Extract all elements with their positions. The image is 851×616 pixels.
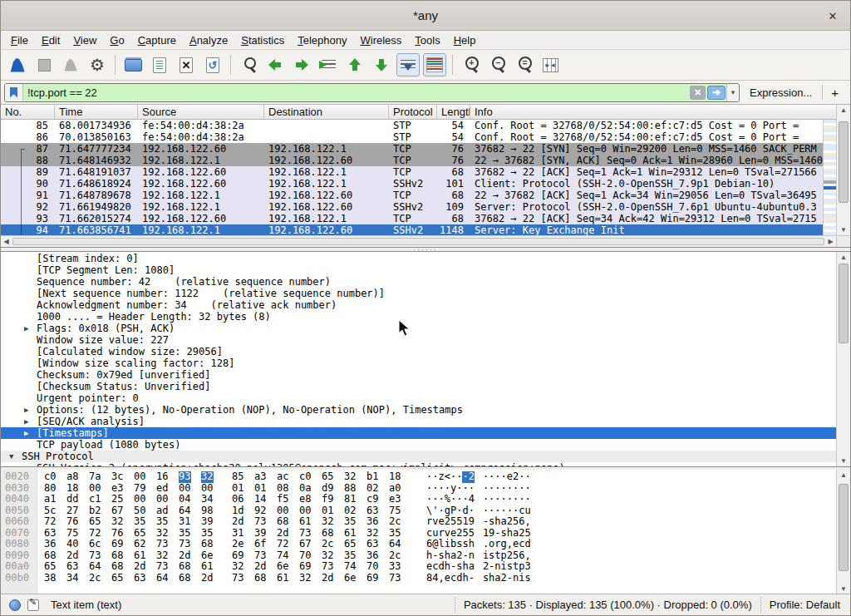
detail-line-17[interactable]: ▼SSH Protocol	[1, 451, 836, 462]
status-profile[interactable]: Profile: Default	[760, 597, 850, 613]
expand-arrow-icon[interactable]: ▶	[24, 404, 28, 416]
packet-row-93[interactable]: 9371.662015274192.168.122.60192.168.122.…	[1, 213, 823, 224]
scroll-down-icon[interactable]: ▼	[837, 224, 850, 235]
detail-line-12[interactable]: Urgent pointer: 0	[1, 392, 836, 404]
hex-row-0040[interactable]: 0040a1ddc125000004340614f5e8f981c9e3···%…	[1, 494, 836, 505]
packet-row-94[interactable]: 9471.663856741192.168.122.1192.168.122.6…	[1, 224, 823, 235]
hex-row-0060[interactable]: 006072766532353531392d7368613235362crve2…	[1, 516, 836, 528]
scroll-up-icon[interactable]: ▲	[837, 252, 850, 263]
detail-line-16[interactable]: TCP payload (1080 bytes)	[1, 439, 836, 451]
capture-options-icon[interactable]	[86, 53, 109, 76]
hex-row-0020[interactable]: 0020c0a87a3c0016933285a3acc06532b118··z<…	[1, 471, 836, 483]
column-header-length[interactable]: Length	[437, 105, 470, 119]
expand-arrow-icon[interactable]: ▶	[24, 416, 28, 427]
packet-list-vscrollbar[interactable]: ▲ ▼	[836, 105, 850, 235]
detail-line-15[interactable]: ▶[Timestamps]	[1, 427, 836, 439]
detail-line-5[interactable]: 1000 .... = Header Length: 32 bytes (8)	[1, 311, 836, 323]
hex-row-0080[interactable]: 008036406c69627373682e6f72672c6563646@li…	[1, 539, 836, 550]
auto-scroll-icon[interactable]	[396, 53, 420, 76]
zoom-reset-icon[interactable]	[512, 53, 535, 76]
collapse-arrow-icon[interactable]: ▼	[9, 451, 13, 462]
scroll-up-icon[interactable]: ▲	[837, 105, 850, 116]
column-header-protocol[interactable]: Protocol	[389, 105, 437, 119]
save-file-icon[interactable]	[148, 53, 171, 76]
menu-file[interactable]: File	[4, 32, 35, 48]
expand-arrow-icon[interactable]: ▶	[24, 462, 28, 467]
capture-comment-icon[interactable]	[27, 599, 39, 611]
packet-row-85[interactable]: 8568.001734936fe:54:00:d4:38:2aSTP54Conf…	[1, 120, 823, 131]
hex-row-0030[interactable]: 0030801800e379ed00000101080ad98802a0····…	[1, 483, 836, 495]
detail-line-8[interactable]: [Calculated window size: 29056]	[1, 346, 836, 357]
expand-arrow-icon[interactable]: ▶	[24, 427, 28, 439]
menu-statistics[interactable]: Statistics	[234, 32, 291, 48]
hex-row-0070[interactable]: 0070637572766532353531392d7368613235curv…	[1, 528, 836, 540]
go-top-icon[interactable]	[343, 53, 366, 76]
scroll-down-icon[interactable]: ▼	[837, 456, 850, 466]
display-filter-input[interactable]	[23, 86, 689, 99]
detail-line-3[interactable]: [Next sequence number: 1122 (relative se…	[1, 288, 836, 299]
filter-bookmark-icon[interactable]	[5, 84, 23, 101]
menu-analyze[interactable]: Analyze	[183, 32, 234, 48]
find-packet-icon[interactable]	[237, 53, 260, 76]
menu-help[interactable]: Help	[447, 32, 483, 48]
detail-line-6[interactable]: ▶Flags: 0x018 (PSH, ACK)	[1, 323, 836, 334]
packet-row-87[interactable]: 8771.647777234192.168.122.60192.168.122.…	[1, 143, 823, 155]
hex-row-00b0[interactable]: 00b038342c656364682d736861322d6e697384,e…	[1, 573, 836, 584]
menu-telephony[interactable]: Telephony	[291, 32, 353, 48]
go-forward-icon[interactable]	[290, 53, 313, 76]
scroll-thumb[interactable]	[839, 264, 849, 343]
detail-line-2[interactable]: Sequence number: 42 (relative sequence n…	[1, 276, 836, 288]
detail-line-10[interactable]: Checksum: 0x79ed [unverified]	[1, 369, 836, 381]
expand-arrow-icon[interactable]: ▶	[24, 323, 28, 334]
filter-history-dropdown-icon[interactable]: ▾	[726, 84, 739, 101]
menu-view[interactable]: View	[66, 32, 103, 48]
column-header-time[interactable]: Time	[55, 105, 138, 119]
column-header-no[interactable]: No.	[1, 105, 55, 119]
packet-list-hscrollbar[interactable]: ◀ ▶	[1, 235, 836, 247]
start-capture-icon[interactable]	[6, 53, 29, 76]
reload-file-icon[interactable]	[201, 53, 224, 76]
packet-row-91[interactable]: 9171.648789678192.168.122.1192.168.122.6…	[1, 190, 823, 201]
open-file-icon[interactable]	[121, 53, 145, 76]
restart-capture-icon[interactable]	[59, 53, 82, 76]
close-file-icon[interactable]	[175, 53, 198, 76]
detail-line-14[interactable]: ▶[SEQ/ACK analysis]	[1, 416, 836, 427]
detail-line-0[interactable]: [Stream index: 0]	[1, 253, 836, 264]
filter-apply-icon[interactable]: ➔	[707, 86, 726, 100]
scroll-thumb[interactable]	[839, 484, 849, 571]
detail-line-7[interactable]: Window size value: 227	[1, 334, 836, 346]
hex-row-00a0[interactable]: 00a0656364682d736861322d6e6973747033ecdh…	[1, 561, 836, 573]
close-window-icon[interactable]: ✕	[825, 8, 840, 23]
packet-row-90[interactable]: 9071.648618924192.168.122.60192.168.122.…	[1, 178, 823, 190]
expert-info-icon[interactable]	[9, 599, 21, 611]
colorize-icon[interactable]	[423, 53, 446, 76]
detail-line-9[interactable]: [Window size scaling factor: 128]	[1, 357, 836, 369]
filter-clear-icon[interactable]: ✕	[690, 86, 706, 100]
detail-line-13[interactable]: ▶Options: (12 bytes), No-Operation (NOP)…	[1, 404, 836, 416]
detail-line-1[interactable]: [TCP Segment Len: 1080]	[1, 264, 836, 276]
scroll-right-icon[interactable]: ▶	[825, 236, 836, 247]
detail-line-11[interactable]: [Checksum Status: Unverified]	[1, 381, 836, 392]
menu-capture[interactable]: Capture	[131, 32, 183, 48]
detail-line-4[interactable]: Acknowledgment number: 34 (relative ack …	[1, 299, 836, 311]
hex-row-0090[interactable]: 0090682d736861322d6e697374703235362ch-sh…	[1, 550, 836, 562]
packet-row-89[interactable]: 8971.648191037192.168.122.60192.168.122.…	[1, 166, 823, 178]
add-filter-button[interactable]: +	[828, 86, 845, 100]
detail-vscrollbar[interactable]: ▲ ▼	[836, 252, 850, 466]
packet-row-88[interactable]: 8871.648146932192.168.122.1192.168.122.6…	[1, 155, 823, 166]
stop-capture-icon[interactable]	[32, 53, 56, 76]
expression-button[interactable]: Expression...	[745, 86, 817, 99]
zoom-out-icon[interactable]	[485, 53, 509, 76]
menu-tools[interactable]: Tools	[408, 32, 446, 48]
column-header-source[interactable]: Source	[138, 105, 264, 119]
scroll-thumb[interactable]	[12, 238, 824, 245]
scroll-up-icon[interactable]: ▲	[837, 470, 850, 480]
detail-line-18[interactable]: ▶SSH Version 2 (encryption:chacha20-poly…	[1, 462, 836, 467]
scroll-thumb[interactable]	[839, 121, 849, 203]
packet-list-minimap[interactable]	[823, 120, 836, 235]
scroll-left-icon[interactable]: ◀	[1, 236, 12, 247]
packet-row-92[interactable]: 9271.661949820192.168.122.1192.168.122.6…	[1, 201, 823, 213]
go-bottom-icon[interactable]	[370, 53, 393, 76]
packet-row-86[interactable]: 8670.013850163fe:54:00:d4:38:2aSTP54Conf…	[1, 131, 823, 143]
column-header-info[interactable]: Info	[470, 105, 836, 119]
